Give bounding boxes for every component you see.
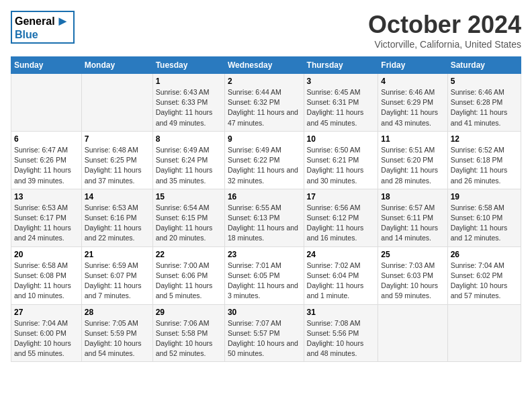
day-detail: Sunrise: 7:03 AM Sunset: 6:03 PM Dayligh…	[381, 261, 444, 302]
day-detail: Sunrise: 6:43 AM Sunset: 6:33 PM Dayligh…	[156, 87, 222, 128]
day-detail: Sunrise: 6:57 AM Sunset: 6:11 PM Dayligh…	[381, 203, 444, 244]
day-detail: Sunrise: 6:53 AM Sunset: 6:17 PM Dayligh…	[14, 203, 79, 244]
calendar-cell: 31Sunrise: 7:08 AM Sunset: 5:56 PM Dayli…	[304, 304, 378, 362]
calendar-cell: 27Sunrise: 7:04 AM Sunset: 6:00 PM Dayli…	[11, 304, 82, 362]
calendar-cell: 4Sunrise: 6:46 AM Sunset: 6:29 PM Daylig…	[378, 74, 447, 132]
day-detail: Sunrise: 6:55 AM Sunset: 6:13 PM Dayligh…	[228, 203, 301, 244]
day-detail: Sunrise: 6:49 AM Sunset: 6:22 PM Dayligh…	[228, 145, 301, 186]
day-number: 20	[14, 250, 79, 259]
day-number: 15	[156, 192, 222, 201]
calendar-cell: 12Sunrise: 6:52 AM Sunset: 6:18 PM Dayli…	[447, 131, 521, 189]
calendar-cell	[81, 74, 152, 132]
calendar-cell: 5Sunrise: 6:46 AM Sunset: 6:28 PM Daylig…	[447, 74, 521, 132]
calendar-cell: 22Sunrise: 7:00 AM Sunset: 6:06 PM Dayli…	[152, 246, 224, 304]
month-title: October 2024	[368, 11, 521, 39]
day-detail: Sunrise: 6:45 AM Sunset: 6:31 PM Dayligh…	[307, 87, 375, 128]
logo: General ► Blue	[11, 11, 75, 45]
day-number: 28	[85, 308, 150, 317]
day-detail: Sunrise: 6:56 AM Sunset: 6:12 PM Dayligh…	[307, 203, 375, 244]
page-header: General ► Blue October 2024 Victorville,…	[11, 11, 521, 50]
calendar-cell	[11, 74, 82, 132]
calendar-cell	[378, 304, 447, 362]
day-number: 4	[381, 77, 444, 86]
header-saturday: Saturday	[447, 57, 521, 74]
calendar-cell: 9Sunrise: 6:49 AM Sunset: 6:22 PM Daylig…	[224, 131, 304, 189]
day-number: 12	[451, 134, 518, 144]
day-number: 8	[156, 134, 222, 144]
day-detail: Sunrise: 7:05 AM Sunset: 5:59 PM Dayligh…	[85, 318, 150, 359]
calendar-week-row: 13Sunrise: 6:53 AM Sunset: 6:17 PM Dayli…	[11, 189, 521, 246]
calendar-table: Sunday Monday Tuesday Wednesday Thursday…	[11, 56, 521, 362]
calendar-week-row: 27Sunrise: 7:04 AM Sunset: 6:00 PM Dayli…	[11, 304, 521, 362]
calendar-cell: 14Sunrise: 6:53 AM Sunset: 6:16 PM Dayli…	[81, 189, 152, 246]
day-detail: Sunrise: 6:52 AM Sunset: 6:18 PM Dayligh…	[451, 145, 518, 186]
calendar-cell	[447, 304, 521, 362]
day-number: 10	[307, 134, 375, 144]
day-detail: Sunrise: 6:54 AM Sunset: 6:15 PM Dayligh…	[156, 203, 222, 244]
header-monday: Monday	[81, 57, 152, 74]
day-number: 1	[156, 77, 222, 86]
location-text: Victorville, California, United States	[368, 39, 521, 50]
day-number: 13	[14, 192, 79, 201]
logo-blue-text: Blue	[15, 29, 38, 40]
day-number: 22	[156, 250, 222, 259]
day-number: 2	[228, 77, 301, 86]
header-wednesday: Wednesday	[224, 57, 304, 74]
calendar-cell: 21Sunrise: 6:59 AM Sunset: 6:07 PM Dayli…	[81, 246, 152, 304]
calendar-cell: 16Sunrise: 6:55 AM Sunset: 6:13 PM Dayli…	[224, 189, 304, 246]
day-detail: Sunrise: 7:07 AM Sunset: 5:57 PM Dayligh…	[228, 318, 301, 359]
day-number: 29	[156, 308, 222, 317]
day-detail: Sunrise: 6:58 AM Sunset: 6:08 PM Dayligh…	[14, 261, 79, 302]
calendar-header-row: Sunday Monday Tuesday Wednesday Thursday…	[11, 57, 521, 74]
day-detail: Sunrise: 6:50 AM Sunset: 6:21 PM Dayligh…	[307, 145, 375, 186]
title-block: October 2024 Victorville, California, Un…	[368, 11, 521, 50]
day-number: 9	[228, 134, 301, 144]
day-detail: Sunrise: 6:46 AM Sunset: 6:29 PM Dayligh…	[381, 87, 444, 128]
day-number: 6	[14, 134, 79, 144]
day-detail: Sunrise: 7:01 AM Sunset: 6:05 PM Dayligh…	[228, 261, 301, 302]
day-detail: Sunrise: 6:51 AM Sunset: 6:20 PM Dayligh…	[381, 145, 444, 186]
day-detail: Sunrise: 7:02 AM Sunset: 6:04 PM Dayligh…	[307, 261, 375, 302]
day-number: 19	[451, 192, 518, 201]
calendar-cell: 25Sunrise: 7:03 AM Sunset: 6:03 PM Dayli…	[378, 246, 447, 304]
calendar-cell: 13Sunrise: 6:53 AM Sunset: 6:17 PM Dayli…	[11, 189, 82, 246]
day-detail: Sunrise: 6:47 AM Sunset: 6:26 PM Dayligh…	[14, 145, 79, 186]
day-number: 3	[307, 77, 375, 86]
day-detail: Sunrise: 7:04 AM Sunset: 6:00 PM Dayligh…	[14, 318, 79, 359]
logo-arrow-icon: ►	[56, 13, 70, 29]
calendar-cell: 29Sunrise: 7:06 AM Sunset: 5:58 PM Dayli…	[152, 304, 224, 362]
day-number: 17	[307, 192, 375, 201]
calendar-cell: 17Sunrise: 6:56 AM Sunset: 6:12 PM Dayli…	[304, 189, 378, 246]
day-detail: Sunrise: 7:08 AM Sunset: 5:56 PM Dayligh…	[307, 318, 375, 359]
calendar-cell: 2Sunrise: 6:44 AM Sunset: 6:32 PM Daylig…	[224, 74, 304, 132]
day-detail: Sunrise: 7:00 AM Sunset: 6:06 PM Dayligh…	[156, 261, 222, 302]
header-friday: Friday	[378, 57, 447, 74]
calendar-cell: 23Sunrise: 7:01 AM Sunset: 6:05 PM Dayli…	[224, 246, 304, 304]
calendar-cell: 7Sunrise: 6:48 AM Sunset: 6:25 PM Daylig…	[81, 131, 152, 189]
day-number: 31	[307, 308, 375, 317]
day-number: 5	[451, 77, 518, 86]
day-number: 24	[307, 250, 375, 259]
day-number: 14	[85, 192, 150, 201]
calendar-cell: 26Sunrise: 7:04 AM Sunset: 6:02 PM Dayli…	[447, 246, 521, 304]
day-detail: Sunrise: 7:04 AM Sunset: 6:02 PM Dayligh…	[451, 261, 518, 302]
calendar-week-row: 20Sunrise: 6:58 AM Sunset: 6:08 PM Dayli…	[11, 246, 521, 304]
header-sunday: Sunday	[11, 57, 82, 74]
calendar-cell: 30Sunrise: 7:07 AM Sunset: 5:57 PM Dayli…	[224, 304, 304, 362]
day-detail: Sunrise: 6:59 AM Sunset: 6:07 PM Dayligh…	[85, 261, 150, 302]
day-number: 11	[381, 134, 444, 144]
calendar-week-row: 1Sunrise: 6:43 AM Sunset: 6:33 PM Daylig…	[11, 74, 521, 132]
calendar-week-row: 6Sunrise: 6:47 AM Sunset: 6:26 PM Daylig…	[11, 131, 521, 189]
day-number: 27	[14, 308, 79, 317]
logo-general-text: General	[15, 15, 55, 28]
day-number: 7	[85, 134, 150, 144]
calendar-cell: 18Sunrise: 6:57 AM Sunset: 6:11 PM Dayli…	[378, 189, 447, 246]
day-number: 23	[228, 250, 301, 259]
calendar-cell: 28Sunrise: 7:05 AM Sunset: 5:59 PM Dayli…	[81, 304, 152, 362]
day-number: 25	[381, 250, 444, 259]
header-thursday: Thursday	[304, 57, 378, 74]
day-detail: Sunrise: 6:53 AM Sunset: 6:16 PM Dayligh…	[85, 203, 150, 244]
calendar-cell: 15Sunrise: 6:54 AM Sunset: 6:15 PM Dayli…	[152, 189, 224, 246]
calendar-cell: 11Sunrise: 6:51 AM Sunset: 6:20 PM Dayli…	[378, 131, 447, 189]
day-detail: Sunrise: 6:49 AM Sunset: 6:24 PM Dayligh…	[156, 145, 222, 186]
